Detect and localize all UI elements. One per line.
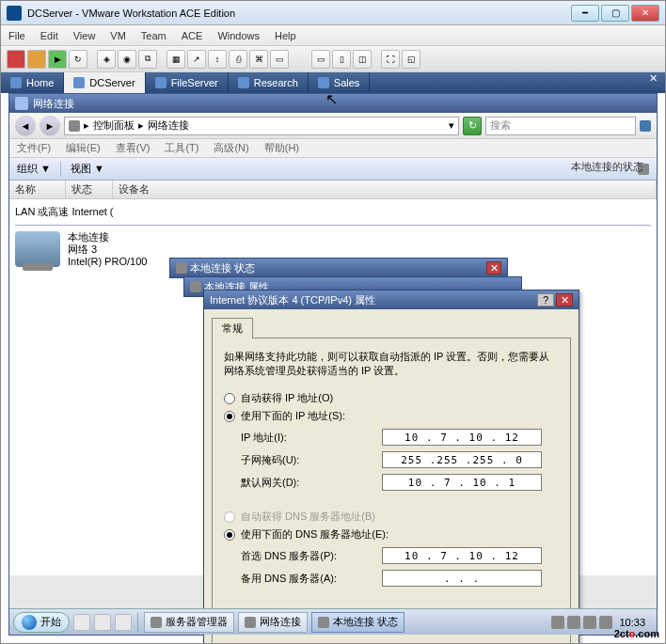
suspend-button[interactable] <box>27 50 46 69</box>
revert-button[interactable]: ◉ <box>118 50 136 69</box>
explorer-body: LAN 或高速 Internet ( 本地连接 网络 3 Intel(R) PR… <box>9 199 657 575</box>
tab-home[interactable]: Home <box>1 72 64 93</box>
vmware-icon <box>7 6 22 21</box>
menu-edit[interactable]: Edit <box>40 30 58 41</box>
tool-button-1[interactable]: ↗ <box>187 50 206 69</box>
tab-close-button[interactable]: ✕ <box>642 72 665 93</box>
radio-auto-ip[interactable]: 自动获得 IP 地址(O) <box>224 391 559 405</box>
tray-icon-2[interactable] <box>567 616 580 629</box>
quicklaunch-1[interactable] <box>73 614 90 631</box>
tab-dcserver[interactable]: DCServer <box>64 72 145 93</box>
maximize-button[interactable]: ▢ <box>601 5 629 22</box>
menu-windows[interactable]: Windows <box>217 30 260 41</box>
fullscreen-button[interactable]: ⛶ <box>381 50 400 69</box>
menu-file[interactable]: File <box>8 30 25 41</box>
breadcrumb-current[interactable]: 网络连接 <box>148 118 189 133</box>
power-on-button[interactable]: ▶ <box>48 50 67 69</box>
quicklaunch-2[interactable] <box>94 614 111 631</box>
preferred-dns-input[interactable]: 10 . 7 . 10 . 12 <box>382 547 542 564</box>
explorer-menubar: 文件(F) 编辑(E) 查看(V) 工具(T) 高级(N) 帮助(H) <box>9 139 657 158</box>
tray-volume-icon[interactable] <box>599 616 612 629</box>
search-input[interactable]: 搜索 <box>485 117 636 135</box>
dialog-help-button[interactable]: ? <box>537 293 554 306</box>
dialog-close-button[interactable]: ✕ <box>556 293 573 306</box>
organize-dropdown[interactable]: 组织 ▼ <box>17 162 51 176</box>
power-off-button[interactable] <box>7 50 25 69</box>
menu-view[interactable]: View <box>73 30 96 41</box>
menu-tools-g[interactable]: 工具(T) <box>165 141 198 155</box>
tool-button-2[interactable]: ↕ <box>208 50 227 69</box>
nic-small-icon-2 <box>190 281 201 292</box>
task-network-connections[interactable]: 网络连接 <box>238 612 308 633</box>
address-bar[interactable]: ▸ 控制面板 ▸ 网络连接 ▾ <box>64 117 459 135</box>
menu-help[interactable]: Help <box>275 30 296 41</box>
close-button[interactable]: ✕ <box>631 5 659 22</box>
layout-button-2[interactable]: ▯ <box>332 50 351 69</box>
connection-group-header: LAN 或高速 Internet ( <box>9 199 657 225</box>
status-close-button[interactable]: ✕ <box>486 261 501 275</box>
view-dropdown[interactable]: 视图 ▼ <box>71 162 104 176</box>
nic-icon <box>15 231 60 267</box>
connection-name: 本地连接 <box>68 231 147 243</box>
menu-team[interactable]: Team <box>141 30 166 41</box>
vmware-titlebar: DCServer - VMware Workstation ACE Editio… <box>1 1 665 25</box>
vm-icon <box>238 77 249 88</box>
start-button[interactable]: 开始 <box>13 612 70 633</box>
menu-view-g[interactable]: 查看(V) <box>116 141 151 155</box>
tool-button-3[interactable]: ⎙ <box>229 50 247 69</box>
network-connections-icon <box>15 97 28 110</box>
reset-button[interactable]: ↻ <box>69 50 87 69</box>
server-manager-icon <box>151 617 162 628</box>
tab-sales[interactable]: Sales <box>309 72 371 93</box>
tab-general[interactable]: 常规 <box>212 318 253 338</box>
network-icon <box>245 617 256 628</box>
task-server-manager[interactable]: 服务器管理器 <box>144 612 234 633</box>
manage-snapshot-button[interactable]: ⧉ <box>138 50 157 69</box>
col-status[interactable]: 状态 <box>66 181 113 198</box>
layout-button-1[interactable]: ▭ <box>311 50 330 69</box>
folder-icon <box>69 120 80 132</box>
col-device[interactable]: 设备名 <box>113 181 657 198</box>
menu-advanced-g[interactable]: 高级(N) <box>214 141 248 155</box>
ip-address-input[interactable]: 10 . 7 . 10 . 12 <box>382 429 542 446</box>
tray-icon-1[interactable] <box>551 616 564 629</box>
tray-network-icon[interactable] <box>583 616 596 629</box>
radio-manual-ip[interactable]: 使用下面的 IP 地址(S): <box>224 409 559 423</box>
forward-button[interactable]: ► <box>40 116 60 136</box>
tab-research[interactable]: Research <box>229 72 309 93</box>
window-title: DCServer - VMware Workstation ACE Editio… <box>27 8 571 19</box>
tab-fileserver[interactable]: FileServer <box>146 72 229 93</box>
breadcrumb-parent[interactable]: 控制面板 <box>93 118 135 133</box>
tool-button-5[interactable]: ▭ <box>270 50 289 69</box>
unity-button[interactable]: ◱ <box>402 50 420 69</box>
task-connection-status[interactable]: 本地连接 状态 <box>311 612 404 633</box>
gateway-input[interactable]: 10 . 7 . 10 . 1 <box>382 474 542 491</box>
snapshot-button[interactable]: ◈ <box>97 50 116 69</box>
back-button[interactable]: ◄ <box>15 116 36 136</box>
subnet-mask-input[interactable]: 255 .255 .255 . 0 <box>382 451 542 468</box>
go-button[interactable]: ↻ <box>463 117 482 135</box>
vmware-tabs: Home DCServer FileServer Research Sales … <box>1 72 665 93</box>
menu-file-g[interactable]: 文件(F) <box>17 141 51 155</box>
vm-icon <box>73 77 85 88</box>
tcpip-titlebar[interactable]: Internet 协议版本 4 (TCP/IPv4) 属性 ? ✕ <box>204 291 579 309</box>
radio-auto-dns: 自动获得 DNS 服务器地址(B) <box>224 510 559 524</box>
menu-vm[interactable]: VM <box>110 30 126 41</box>
show-console-button[interactable]: ▦ <box>166 50 185 69</box>
minimize-button[interactable]: ━ <box>571 5 599 22</box>
radio-manual-dns[interactable]: 使用下面的 DNS 服务器地址(E): <box>224 527 559 542</box>
connection-network: 网络 3 <box>68 243 147 256</box>
vmware-toolbar: ▶ ↻ ◈ ◉ ⧉ ▦ ↗ ↕ ⎙ ⌘ ▭ ▭ ▯ ◫ ⛶ ◱ <box>1 46 665 72</box>
quicklaunch-3[interactable] <box>115 614 132 631</box>
search-icon[interactable] <box>640 120 651 132</box>
menu-edit-g[interactable]: 编辑(E) <box>66 141 101 155</box>
gateway-label: 默认网关(D): <box>241 476 382 490</box>
col-name[interactable]: 名称 <box>9 181 66 198</box>
layout-button-3[interactable]: ◫ <box>353 50 372 69</box>
status-window-titlebar[interactable]: 本地连接 状态 ✕ <box>169 258 508 278</box>
tool-button-4[interactable]: ⌘ <box>249 50 268 69</box>
menu-help-g[interactable]: 帮助(H) <box>264 141 299 155</box>
alternate-dns-input[interactable]: . . . <box>382 570 542 587</box>
menu-ace[interactable]: ACE <box>182 30 203 41</box>
vm-icon <box>318 77 329 88</box>
